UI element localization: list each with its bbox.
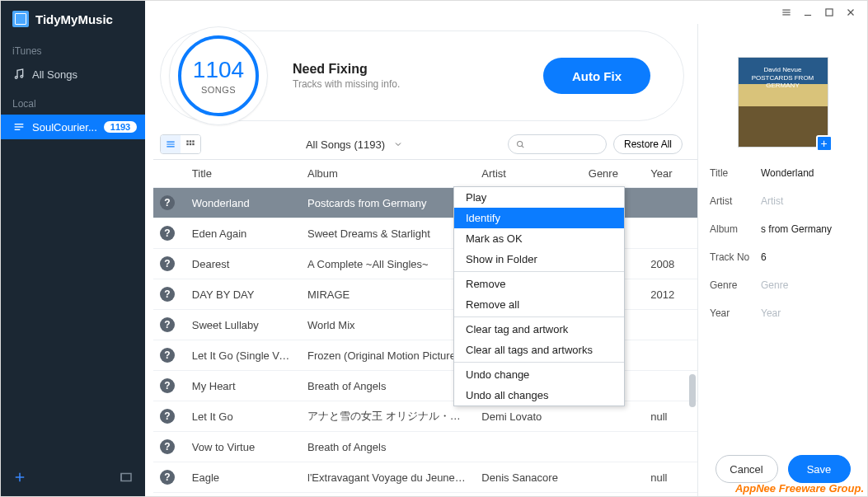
sidebar-collapse-button[interactable] [119,470,134,488]
svg-rect-7 [121,474,131,481]
svg-point-0 [15,77,17,79]
context-menu-item[interactable]: Clear all tags and artworks [454,340,624,360]
album-art: David Nevue POSTCARDS FROM GERMANY + [738,57,828,148]
filter-label: All Songs (1193) [306,138,385,151]
view-toggle [160,134,201,154]
svg-line-26 [522,146,524,148]
app-logo-row: TidyMyMusic [1,1,145,34]
sidebar-section-local: Local [1,87,145,115]
auto-fix-button[interactable]: Auto Fix [543,58,650,94]
detail-value-year[interactable]: Year [761,307,856,319]
col-header-title[interactable]: Title [185,160,301,188]
col-header-album[interactable]: Album [301,160,475,188]
context-menu-item[interactable]: Clear tag and artwork [454,319,624,340]
summary-panel: 1104 SONGS Need Fixing Tracks with missi… [160,30,684,121]
context-menu: PlayIdentifyMark as OKShow in FolderRemo… [453,186,625,406]
app-name: TidyMyMusic [35,12,113,26]
detail-label-album: Album [710,223,761,235]
svg-rect-24 [192,143,194,145]
sidebar-item-local-folder[interactable]: SoulCourier... 1193 [1,115,145,139]
context-menu-item[interactable]: Mark as OK [454,228,624,249]
filter-select[interactable]: All Songs (1193) [306,138,403,151]
cell-album: Sweet Dreams & Starlight [301,218,475,249]
sidebar-item-label: All Songs [32,68,77,81]
detail-label-genre: Genre [710,279,761,291]
sidebar-item-all-songs[interactable]: All Songs [1,62,145,87]
add-source-button[interactable] [12,470,27,488]
window-maximize-button[interactable] [821,6,838,19]
cell-album: l'Extravagant Voyage du Jeune et Prodig [301,462,475,493]
table-row[interactable]: ?Vow to VirtueBreath of Angels [153,432,697,462]
missing-info-icon: ? [160,195,175,210]
context-menu-separator [454,362,624,363]
missing-info-icon: ? [160,378,175,393]
table-row[interactable]: ?Eaglel'Extravagant Voyage du Jeune et P… [153,462,697,493]
context-menu-item[interactable]: Undo change [454,364,624,385]
cell-album: World Mix [301,310,475,340]
sidebar-section-itunes: iTunes [1,34,145,62]
context-menu-item[interactable]: Identify [454,208,624,228]
context-menu-separator [454,316,624,317]
context-menu-item[interactable]: Remove [454,274,624,294]
cancel-button[interactable]: Cancel [716,455,778,483]
main-area: 1104 SONGS Need Fixing Tracks with missi… [145,1,867,496]
missing-info-icon: ? [160,439,175,454]
cell-album: Postcards from Germany [301,188,475,218]
detail-label-year: Year [710,307,761,319]
missing-info-icon: ? [160,409,175,424]
save-button[interactable]: Save [788,455,851,483]
missing-info-icon: ? [160,226,175,241]
song-count-unit: SONGS [201,85,236,95]
window-close-button[interactable] [842,6,859,19]
missing-info-icon: ? [160,287,175,302]
search-box[interactable] [508,134,607,154]
add-artwork-button[interactable]: + [816,135,833,152]
cell-artist: Denis Sanacore [475,462,581,493]
restore-all-button[interactable]: Restore All [613,134,683,154]
summary-title: Need Fixing [293,62,518,77]
missing-info-icon: ? [160,470,175,485]
context-menu-separator [454,271,624,272]
detail-value-artist[interactable]: Artist [761,195,856,207]
missing-info-icon: ? [160,256,175,271]
detail-value-title[interactable]: Wonderland [761,167,856,179]
cell-album: アナと雪の女王 オリジナル・サウンドトラック [301,401,475,432]
scrollbar-thumb[interactable] [689,374,696,407]
album-art-caption: David Nevue POSTCARDS FROM GERMANY [739,66,828,90]
cell-title: Wonderland [185,188,301,218]
context-menu-item[interactable]: Undo all changes [454,385,624,406]
grid-view-button[interactable] [181,135,200,153]
detail-value-genre[interactable]: Genre [761,279,856,291]
list-view-button[interactable] [161,135,181,153]
col-header-genre[interactable]: Genre [582,160,644,188]
sidebar-item-label: SoulCourier... [32,121,97,134]
cell-genre [582,432,644,462]
scrollbar[interactable] [687,160,697,496]
table-header-row: Title Album Artist Genre Year [153,160,697,188]
detail-label-track: Track No [710,251,761,263]
detail-value-track[interactable]: 6 [761,251,856,263]
col-header-artist[interactable]: Artist [475,160,581,188]
context-menu-item[interactable]: Play [454,187,624,208]
svg-rect-19 [186,140,188,142]
window-minimize-button[interactable] [800,6,816,19]
cell-artist [475,432,581,462]
context-menu-item[interactable]: Show in Folder [454,249,624,270]
cell-album: MIRAGE [301,279,475,310]
svg-rect-23 [190,143,191,145]
search-input[interactable] [525,138,599,150]
window-menu-button[interactable] [778,6,795,19]
cell-title: My Heart [185,371,301,401]
svg-rect-20 [190,140,191,142]
context-menu-item[interactable]: Remove all [454,294,624,315]
cell-album: Frozen (Original Motion Picture Soundtr [301,340,475,371]
detail-label-artist: Artist [710,195,761,207]
sidebar: TidyMyMusic iTunes All Songs Local SoulC… [1,1,145,496]
svg-rect-13 [826,9,833,16]
detail-value-album[interactable]: s from Germany [761,223,856,235]
detail-label-title: Title [710,167,761,179]
cell-title: DAY BY DAY [185,279,301,310]
app-logo-icon [12,11,29,27]
svg-rect-21 [192,140,194,142]
cell-title: Eden Again [185,218,301,249]
